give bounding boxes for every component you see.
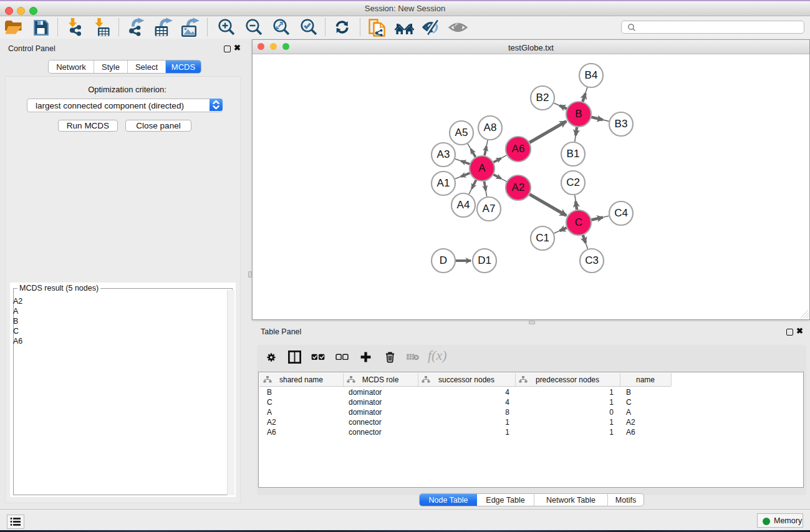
svg-text:C3: C3 (585, 254, 599, 266)
svg-text:B4: B4 (585, 69, 598, 81)
svg-text:A3: A3 (437, 148, 450, 160)
svg-text:B1: B1 (567, 148, 580, 160)
svg-text:A4: A4 (457, 199, 470, 211)
svg-text:A: A (478, 162, 486, 174)
svg-text:B2: B2 (536, 92, 549, 104)
svg-text:B3: B3 (615, 118, 628, 130)
svg-text:A2: A2 (512, 181, 525, 193)
svg-text:D: D (440, 254, 447, 266)
svg-text:C: C (575, 216, 582, 228)
svg-text:A1: A1 (437, 177, 450, 189)
svg-text:B: B (575, 108, 582, 120)
svg-text:A8: A8 (484, 122, 497, 133)
svg-text:A7: A7 (483, 203, 496, 215)
svg-text:A5: A5 (455, 127, 468, 138)
svg-text:A6: A6 (512, 143, 525, 155)
svg-text:C1: C1 (536, 232, 549, 244)
svg-text:C4: C4 (614, 207, 628, 219)
svg-text:D1: D1 (478, 254, 491, 266)
svg-text:C2: C2 (566, 177, 580, 188)
